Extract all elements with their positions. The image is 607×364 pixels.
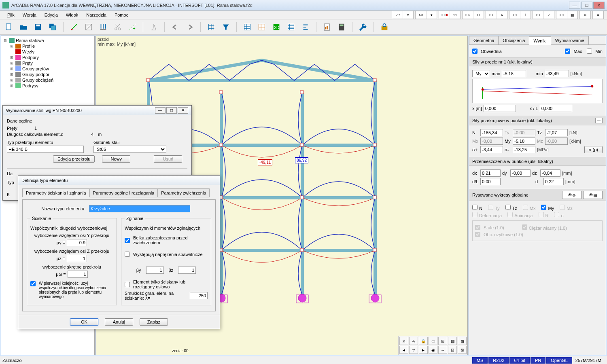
cv-rect-icon[interactable]: ▭: [429, 337, 437, 345]
typ-przekroju-input[interactable]: [7, 146, 84, 153]
eye-c2-icon[interactable]: ⟋: [543, 11, 554, 19]
tab-geometria[interactable]: Geometria: [469, 36, 499, 44]
cv-b-icon[interactable]: ↔: [438, 346, 447, 354]
tree-podpory[interactable]: ⊞Podpory: [9, 55, 93, 60]
sm-input[interactable]: [513, 146, 535, 153]
tab-wymiarowanie[interactable]: Wymiarowanie: [551, 36, 589, 44]
tree-wezly[interactable]: Węzły: [9, 49, 93, 55]
N-input[interactable]: [480, 129, 503, 136]
3d-icon[interactable]: 3D: [271, 21, 282, 33]
new-file-icon[interactable]: [3, 21, 15, 33]
menu-narzedzia[interactable]: Narzędzia: [82, 13, 110, 17]
tab-obciazenia[interactable]: Obciążenia: [498, 36, 529, 44]
menu-edycja[interactable]: Edycja: [40, 13, 62, 17]
eye-calc-icon[interactable]: 👁▦: [583, 191, 603, 199]
dy-input[interactable]: [510, 169, 531, 177]
cv-c-icon[interactable]: ⊡: [448, 346, 457, 354]
cv-grid1-icon[interactable]: ⊞: [438, 337, 447, 345]
Tz-input[interactable]: [545, 129, 568, 136]
eye-11b-icon[interactable]: 11: [473, 11, 484, 19]
bz-input[interactable]: [178, 267, 196, 274]
cv-lock-icon[interactable]: 🔒: [419, 337, 428, 345]
subtab-zwichrzenie[interactable]: Parametry zwichrzenia: [157, 188, 210, 197]
anuluj-button[interactable]: Anuluj: [105, 318, 133, 326]
menu-plik[interactable]: Plik: [3, 13, 19, 17]
redo-icon[interactable]: [184, 21, 195, 33]
status-opengl[interactable]: OpenGL: [546, 357, 572, 364]
eye-a-icon[interactable]: [486, 11, 497, 19]
obwiednia-check[interactable]: [472, 49, 478, 54]
eye-a2-icon[interactable]: ∧: [497, 11, 507, 19]
belka-check[interactable]: [125, 238, 130, 243]
xL-input[interactable]: [540, 105, 572, 112]
tree-profile[interactable]: ⊞Profile: [9, 43, 93, 49]
loads-icon[interactable]: [98, 21, 109, 33]
menu-pomoc[interactable]: Pomoc: [110, 13, 132, 17]
nowy-button[interactable]: Nowy: [102, 155, 130, 163]
eye-b-icon[interactable]: [509, 11, 520, 19]
dL-input[interactable]: [480, 178, 501, 185]
tree-grupy-obciazen[interactable]: ⊞Grupy obciążeń: [9, 77, 93, 83]
settings-icon[interactable]: [357, 21, 369, 33]
tree-root[interactable]: ⊟Rama stalowa: [3, 38, 93, 43]
tool-zoom-icon[interactable]: ⟋•: [392, 11, 403, 19]
min-check[interactable]: [587, 49, 592, 54]
cv-grid3-icon[interactable]: ▩: [458, 337, 467, 345]
tree-prety[interactable]: ⊞Pręty: [9, 60, 93, 66]
elem-check[interactable]: [125, 282, 130, 287]
max-input[interactable]: [502, 70, 526, 77]
smuk-input[interactable]: [190, 292, 208, 299]
tool-dd2-icon[interactable]: ▾: [426, 11, 437, 19]
section-icon[interactable]: [256, 21, 267, 33]
eye-slash-icon[interactable]: ⁄: [463, 11, 473, 19]
save-icon[interactable]: [32, 21, 44, 33]
node-icon[interactable]: [68, 21, 80, 33]
xm-input[interactable]: [484, 105, 516, 112]
max-check[interactable]: [565, 49, 570, 54]
tree-podrysy[interactable]: ⊞Podrysy: [9, 83, 93, 89]
muw-input[interactable]: [68, 271, 88, 278]
menu-wersja[interactable]: Wersja: [19, 13, 40, 17]
ok-button[interactable]: OK: [70, 318, 98, 326]
close-button[interactable]: ×: [593, 2, 605, 9]
dlg1-max-icon[interactable]: □: [166, 107, 177, 114]
cv-up-icon[interactable]: ⩓: [409, 337, 418, 345]
results-table-icon[interactable]: [285, 21, 297, 33]
calc-icon[interactable]: [336, 21, 347, 33]
collapse-icon[interactable]: ≡: [593, 11, 603, 19]
support-icon[interactable]: [148, 21, 159, 33]
muy-input[interactable]: [67, 239, 87, 246]
d-input[interactable]: [543, 178, 564, 185]
filter-icon[interactable]: [220, 21, 231, 33]
subtab-ogolne[interactable]: Parametry ogólne i rozciągania: [89, 188, 158, 197]
cv-right-icon[interactable]: ►: [419, 346, 428, 354]
cv-a-icon[interactable]: ◉: [429, 346, 437, 354]
report-icon[interactable]: [321, 21, 333, 33]
menu-widok[interactable]: Widok: [62, 13, 83, 17]
table-icon[interactable]: [242, 21, 253, 33]
dlg1-min-icon[interactable]: —: [155, 107, 166, 114]
nazwa-input[interactable]: [89, 205, 190, 212]
min-input[interactable]: [545, 70, 569, 77]
align-icon[interactable]: [300, 21, 311, 33]
dlg1-close-icon[interactable]: ✕: [178, 107, 188, 114]
My-input[interactable]: [513, 138, 535, 145]
status-r2d2[interactable]: R2D2: [488, 357, 509, 364]
chk-N[interactable]: [472, 205, 478, 210]
gatunek-select[interactable]: St0S: [93, 146, 166, 153]
cv-down-icon[interactable]: ⩔: [409, 346, 418, 354]
tree-grupy-podpor[interactable]: ⊞Grupy podpór: [9, 72, 93, 77]
tree-grupy-pretow[interactable]: ⊞Grupy prętów: [9, 66, 93, 72]
pierw-check[interactable]: [30, 281, 36, 286]
status-ms[interactable]: MS: [472, 357, 488, 364]
usun-button[interactable]: Usuń: [154, 155, 182, 163]
expand-icon[interactable]: ⇔: [580, 11, 590, 19]
eye-d2-icon[interactable]: ▦: [567, 11, 577, 19]
cv-grid2-icon[interactable]: ▦: [448, 337, 457, 345]
eye-red-icon[interactable]: [439, 11, 450, 19]
chk-My[interactable]: [541, 205, 546, 210]
config-icon[interactable]: [379, 21, 390, 33]
collapse-icon[interactable]: —: [595, 118, 603, 123]
force-select[interactable]: My: [472, 70, 490, 77]
eye-d-icon[interactable]: [556, 11, 567, 19]
